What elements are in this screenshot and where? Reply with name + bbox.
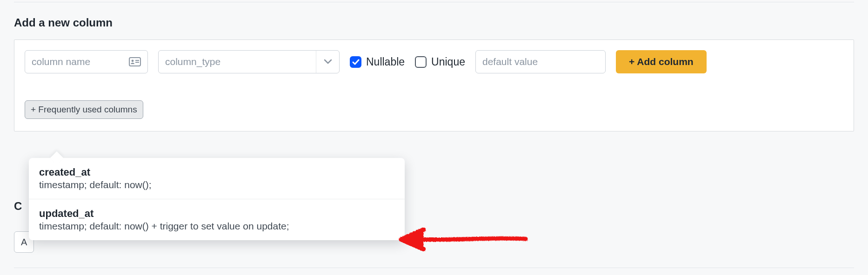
section-title: Add a new column bbox=[14, 16, 854, 29]
chevron-down-icon bbox=[316, 51, 339, 73]
popover-item-desc: timestamp; default: now(); bbox=[39, 179, 394, 190]
add-column-row: column name column_type bbox=[25, 50, 843, 73]
add-column-button[interactable]: + Add column bbox=[616, 50, 707, 73]
default-value-placeholder: default value bbox=[482, 56, 538, 67]
add-column-panel: column name column_type bbox=[14, 39, 854, 131]
popover-item-updated-at[interactable]: updated_at timestamp; default: now() + t… bbox=[29, 199, 405, 240]
popover-item-name: updated_at bbox=[39, 208, 394, 220]
id-card-icon bbox=[129, 57, 141, 66]
frequently-used-columns-popover: created_at timestamp; default: now(); up… bbox=[29, 158, 405, 240]
popover-item-desc: timestamp; default: now() + trigger to s… bbox=[39, 221, 394, 232]
default-value-input[interactable]: default value bbox=[475, 50, 606, 73]
unique-label: Unique bbox=[431, 56, 465, 68]
annotation-arrow-icon bbox=[395, 223, 530, 257]
column-name-placeholder: column name bbox=[32, 56, 90, 67]
popover-item-created-at[interactable]: created_at timestamp; default: now(); bbox=[29, 158, 405, 199]
nullable-checkbox[interactable] bbox=[350, 56, 361, 68]
column-name-input[interactable]: column name bbox=[25, 50, 148, 73]
top-divider bbox=[14, 2, 854, 2]
nullable-checkbox-group[interactable]: Nullable bbox=[350, 56, 405, 68]
popover-item-name: created_at bbox=[39, 166, 394, 178]
svg-point-1 bbox=[132, 60, 134, 62]
frequently-used-columns-button[interactable]: + Frequently used columns bbox=[25, 100, 143, 119]
nullable-label: Nullable bbox=[366, 56, 405, 68]
column-type-select[interactable]: column_type bbox=[158, 50, 340, 73]
svg-rect-2 bbox=[135, 60, 139, 61]
column-type-placeholder: column_type bbox=[165, 56, 220, 67]
unique-checkbox-group[interactable]: Unique bbox=[415, 56, 465, 68]
hidden-section-title-fragment: C bbox=[14, 200, 22, 213]
lower-divider bbox=[14, 268, 854, 268]
svg-rect-3 bbox=[135, 62, 139, 63]
unique-checkbox[interactable] bbox=[415, 56, 427, 68]
